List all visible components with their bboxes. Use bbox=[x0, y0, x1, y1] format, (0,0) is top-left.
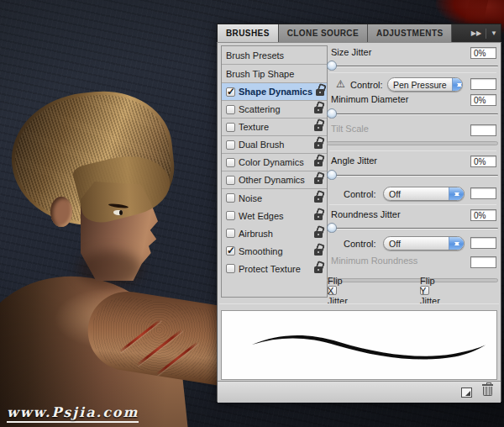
slider-thumb[interactable] bbox=[327, 61, 337, 71]
unlock-icon[interactable] bbox=[314, 249, 323, 256]
collapse-panel-icon[interactable]: ▶▶ bbox=[471, 29, 481, 37]
checkbox[interactable] bbox=[226, 264, 235, 273]
slider-track bbox=[327, 228, 498, 229]
minimum-diameter-slider[interactable] bbox=[327, 108, 498, 119]
control-label: Control: bbox=[344, 239, 376, 249]
new-brush-icon[interactable] bbox=[461, 387, 472, 398]
sidebar-item-brush-tip-shape[interactable]: Brush Tip Shape bbox=[222, 65, 327, 83]
unlock-icon[interactable] bbox=[314, 231, 323, 238]
size-jitter-slider[interactable] bbox=[327, 61, 498, 71]
brush-stroke-preview bbox=[221, 310, 497, 380]
minimum-roundness-slider bbox=[327, 275, 498, 286]
header-separator bbox=[486, 29, 486, 39]
roundness-jitter-label: Roundness Jitter bbox=[331, 209, 401, 219]
sidebar-item-label: Wet Edges bbox=[239, 211, 311, 221]
flip-y-jitter-checkbox-row[interactable]: Flip Y Jitter bbox=[420, 286, 429, 295]
sidebar-item-wet-edges[interactable]: Wet Edges bbox=[222, 207, 327, 224]
sidebar-item-scattering[interactable]: Scattering bbox=[222, 101, 327, 119]
unlock-icon[interactable] bbox=[314, 266, 323, 273]
minimum-diameter-label: Minimum Diameter bbox=[331, 94, 408, 104]
sidebar-item-color-dynamics[interactable]: Color Dynamics bbox=[222, 154, 327, 171]
panel-body: Brush Presets Brush Tip Shape Shape Dyna… bbox=[217, 42, 501, 402]
unlock-icon[interactable] bbox=[314, 214, 323, 220]
angle-jitter-field[interactable]: 0% bbox=[470, 156, 496, 167]
separator bbox=[329, 72, 496, 73]
unlock-icon[interactable] bbox=[316, 89, 324, 96]
sidebar-item-noise[interactable]: Noise bbox=[222, 189, 327, 207]
sidebar-item-airbrush[interactable]: Airbrush bbox=[222, 224, 327, 242]
flip-x-jitter-checkbox-row[interactable]: Flip X Jitter bbox=[328, 286, 337, 295]
tab-clone-source[interactable]: CLONE SOURCE bbox=[279, 24, 368, 42]
tab-adjustments[interactable]: ADJUSTMENTS bbox=[368, 24, 452, 42]
checkbox[interactable] bbox=[226, 229, 235, 238]
angle-jitter-label: Angle Jitter bbox=[331, 156, 377, 166]
checkbox[interactable] bbox=[226, 105, 235, 114]
screenshot: www.Psjia.com BRUSHES CLONE SOURCE ADJUS… bbox=[0, 0, 504, 427]
slider-track bbox=[327, 141, 498, 145]
slider-track bbox=[327, 113, 498, 115]
size-jitter-label: Size Jitter bbox=[331, 47, 371, 57]
dropdown-value: Off bbox=[384, 189, 449, 199]
sidebar-item-label: Smoothing bbox=[239, 246, 311, 256]
dropdown-value: Off bbox=[384, 239, 449, 249]
checkbox[interactable] bbox=[226, 87, 235, 97]
stepper-arrows-icon bbox=[449, 236, 464, 250]
brush-stroke-curve bbox=[222, 311, 496, 379]
sidebar-item-texture[interactable]: Texture bbox=[222, 119, 327, 136]
unlock-icon[interactable] bbox=[314, 196, 323, 203]
roundness-jitter-field[interactable]: 0% bbox=[470, 209, 496, 221]
minimum-roundness-field bbox=[470, 256, 496, 268]
checkbox[interactable] bbox=[226, 140, 235, 150]
size-control-field[interactable] bbox=[470, 78, 496, 90]
checkbox[interactable] bbox=[226, 246, 235, 256]
sidebar-item-label: Dual Brush bbox=[239, 140, 311, 150]
checkbox[interactable] bbox=[226, 158, 235, 167]
sidebar-item-smoothing[interactable]: Smoothing bbox=[222, 242, 327, 260]
sidebar-item-dual-brush[interactable]: Dual Brush bbox=[222, 136, 327, 154]
tilt-scale-slider bbox=[327, 138, 498, 149]
tab-spacer bbox=[452, 24, 467, 42]
roundness-jitter-slider[interactable] bbox=[327, 223, 498, 234]
control-label: Control: bbox=[344, 189, 376, 199]
delete-brush-icon[interactable] bbox=[483, 387, 492, 396]
sidebar-item-other-dynamics[interactable]: Other Dynamics bbox=[222, 171, 327, 189]
slider-track bbox=[327, 278, 498, 282]
panel-tab-bar: BRUSHES CLONE SOURCE ADJUSTMENTS ▶▶ ▼ bbox=[217, 24, 501, 42]
panel-header-icons: ▶▶ ▼ bbox=[468, 24, 501, 42]
roundness-control-field[interactable] bbox=[470, 237, 496, 249]
checkbox[interactable] bbox=[226, 193, 235, 203]
sidebar-item-label: Noise bbox=[239, 193, 311, 203]
slider-thumb[interactable] bbox=[327, 108, 337, 119]
panel-menu-icon[interactable]: ▼ bbox=[491, 29, 497, 37]
unlock-icon[interactable] bbox=[314, 160, 323, 166]
angle-control-dropdown[interactable]: Off bbox=[383, 187, 465, 201]
size-control-dropdown[interactable]: Pen Pressure bbox=[387, 77, 463, 92]
checkbox[interactable] bbox=[226, 176, 235, 185]
sidebar-item-label: Color Dynamics bbox=[239, 157, 311, 167]
slider-thumb[interactable] bbox=[327, 223, 337, 233]
size-jitter-field[interactable]: 0% bbox=[470, 47, 496, 59]
checkbox[interactable] bbox=[226, 211, 235, 220]
slider-thumb[interactable] bbox=[327, 170, 337, 180]
unlock-icon[interactable] bbox=[314, 124, 323, 131]
stepper-arrows-icon bbox=[449, 187, 464, 201]
brushes-panel: BRUSHES CLONE SOURCE ADJUSTMENTS ▶▶ ▼ Br… bbox=[217, 24, 501, 402]
sidebar-item-brush-presets[interactable]: Brush Presets bbox=[222, 46, 327, 65]
tab-brushes[interactable]: BRUSHES bbox=[218, 24, 279, 42]
minimum-roundness-label: Minimum Roundness bbox=[331, 256, 417, 266]
dropdown-value: Pen Pressure bbox=[388, 80, 452, 90]
unlock-icon[interactable] bbox=[314, 107, 323, 113]
stepper-arrows-icon bbox=[452, 77, 463, 92]
separator bbox=[219, 303, 499, 304]
minimum-diameter-field[interactable]: 0% bbox=[470, 94, 496, 106]
checkbox[interactable] bbox=[226, 123, 235, 132]
slider-track bbox=[327, 175, 498, 177]
sidebar-item-protect-texture[interactable]: Protect Texture bbox=[222, 260, 327, 277]
unlock-icon[interactable] bbox=[314, 142, 323, 149]
angle-control-field[interactable] bbox=[470, 187, 496, 199]
panel-bottom-bar bbox=[218, 381, 501, 403]
unlock-icon[interactable] bbox=[314, 177, 323, 184]
sidebar-item-shape-dynamics[interactable]: Shape Dynamics bbox=[222, 83, 327, 101]
angle-jitter-slider[interactable] bbox=[327, 170, 498, 181]
roundness-control-dropdown[interactable]: Off bbox=[383, 236, 465, 250]
